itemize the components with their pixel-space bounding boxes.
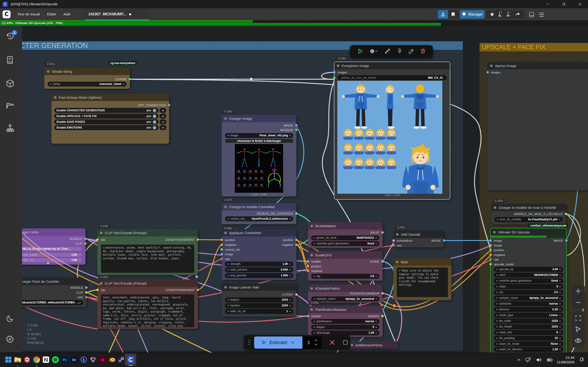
input-slot-négative[interactable] xyxy=(307,270,309,272)
stepper-arrows-icon[interactable] xyxy=(313,338,319,347)
widget-strength_model[interactable]: ◀strength_model1.00▶ xyxy=(22,252,82,257)
taskbar-app-notion[interactable] xyxy=(41,355,51,365)
bookmark-button[interactable] xyxy=(448,10,458,19)
output-slot-OPT_CONNECTION[interactable] xyxy=(168,104,170,106)
input-slot-images[interactable] xyxy=(333,71,336,74)
tray-chevron-icon[interactable] xyxy=(517,358,521,362)
collapse-dot[interactable] xyxy=(311,287,313,290)
output-slot-LATENT[interactable] xyxy=(295,293,298,296)
taskbar-app-gem[interactable] xyxy=(22,355,32,365)
node-echantillonneur-perso[interactable]: antillonneurPerso xyxy=(348,341,398,349)
restore-button[interactable] xyxy=(558,0,569,8)
select-cursor-icon[interactable] xyxy=(574,326,582,333)
toggle-Enable EMOTIONS[interactable]: Enable EMOTIONSyes xyxy=(54,125,159,130)
taskbar-app-chrome[interactable] xyxy=(32,355,42,365)
workflow-tab[interactable]: 241007_MICKMUMP... xyxy=(85,8,149,20)
widget-graine_de_bruit[interactable]: ◀graine_de_bruit56487043512▶ xyxy=(311,235,379,240)
node-guide-cfg[interactable]: GuideCFGmodèlepositivenégativeGUIDE◀cfg3… xyxy=(308,251,383,281)
input-slot-positive[interactable] xyxy=(307,265,309,267)
graph-canvas[interactable]: CHARACTER GENERATIONUPSCALE + FACE FIXSi… xyxy=(22,26,588,352)
input-slot-image[interactable] xyxy=(489,239,492,242)
taskbar-app-comfyui[interactable] xyxy=(126,355,136,365)
toggle-Enable CHARACTER GENERATION[interactable]: Enable CHARACTER GENERATIONyes xyxy=(54,108,159,113)
node-charger-controlnet[interactable]: Charger le modèle ControlNetRESEAU_DE_CO… xyxy=(222,203,296,224)
output-slot-CONDITIONNEMENT[interactable] xyxy=(197,289,199,291)
widget-mask_blur[interactable]: ◀mask_blur8▶ xyxy=(494,330,563,335)
collapse-dot[interactable] xyxy=(54,96,57,99)
node-fast-groups-muter[interactable]: Fast Groups Muter (rgthree)OPT_CONNECTIO… xyxy=(52,94,169,144)
cancel-run-icon[interactable] xyxy=(329,339,336,346)
widget-steps[interactable]: ◀steps8▶ xyxy=(494,284,563,289)
widget-strength_clip[interactable]: ◀strength_clip1.00▶ xyxy=(22,258,82,263)
execute-button[interactable]: Exécuter xyxy=(254,336,303,349)
collapse-dot[interactable] xyxy=(311,225,313,227)
widget-contrôle après génération[interactable]: ◀contrôle après générationfixed▶ xyxy=(311,241,379,246)
output-slot-IMAGE[interactable] xyxy=(295,124,298,126)
input-slot-préfixe_du_nom_de_fichier[interactable] xyxy=(333,77,336,79)
input-slot-control_net[interactable] xyxy=(221,248,223,251)
toggle-Enable SAVE POSES[interactable]: Enable SAVE POSESyes xyxy=(54,119,159,125)
input-slot-image[interactable] xyxy=(221,253,223,255)
node-bruit-aleatoire[interactable]: BruitAléatoireBRUIT◀graine_de_bruit56487… xyxy=(308,222,383,248)
input-slot-modèle[interactable] xyxy=(307,260,309,263)
stop-icon[interactable] xyxy=(342,340,348,345)
widget-value[interactable]: ◀SDXL1.0_Essenz-series-by-AI_Char ...▶ xyxy=(22,247,82,251)
text-area[interactable]: < Make sure to adjust the sampler settin… xyxy=(397,268,448,297)
taskbar-app-indesign[interactable]: Id xyxy=(97,355,108,365)
output-slot-MODÈLE_DE_MISE_À_L'ÉCHELLE[interactable] xyxy=(565,213,567,215)
goto-group-arrow[interactable]: ➜ xyxy=(159,119,166,125)
widget-control_net_ ...[interactable]: ◀control_net_ ...OpenPoseXL2.safetensors… xyxy=(225,217,293,221)
taskbar-app-resolve[interactable] xyxy=(88,355,98,365)
taskbar-app-explorer[interactable] xyxy=(13,355,23,365)
collapse-dot[interactable] xyxy=(47,70,49,73)
node-enregistrer-image[interactable]: Enregistrer Imageimagespréfixe_du_nom_de… xyxy=(334,62,450,199)
node-charger-checkpoint[interactable]: Charger Point de ContrôleMODÈLECLIPVAE◀i… xyxy=(22,278,86,307)
node-note[interactable]: Note< Make sure to adjust the sampler se… xyxy=(393,258,451,300)
taskbar-app-windows[interactable] xyxy=(3,355,13,365)
widget-étapes[interactable]: ◀étapes9▶ xyxy=(311,325,379,330)
sidebar-journal-icon[interactable] xyxy=(6,56,16,66)
drag-handle-icon[interactable] xyxy=(247,340,251,345)
widget-seam_fix_mode[interactable]: ◀seam_fix_modeNone▶ xyxy=(494,342,563,346)
taskbar-app-bridge[interactable]: Br xyxy=(69,355,79,365)
widget-sampler_name[interactable]: ◀sampler_namedpmpp_2s_ancestral▶ xyxy=(494,296,563,300)
text-area[interactable]: text, watermark, underexposed, ugly, jpe… xyxy=(101,294,194,327)
input-slot-échantillons[interactable] xyxy=(392,239,395,242)
widget-image[interactable]: ◀imagePose_sheet_v02.png▶ xyxy=(225,133,293,138)
fit-view-icon[interactable] xyxy=(574,314,582,322)
taskbar-app-blender[interactable] xyxy=(107,355,117,365)
input-slot-upscale_model[interactable] xyxy=(489,263,492,265)
node-apercu-image[interactable]: Aperçu Imageimages xyxy=(488,62,588,191)
edit-icon[interactable] xyxy=(408,48,414,55)
volume-icon[interactable] xyxy=(536,357,542,363)
node-ultimate-sd-upscale[interactable]: Ultimate SD UpscaleimageIMAGEmodelpositi… xyxy=(491,228,566,352)
notification-bell-icon[interactable] xyxy=(579,357,585,363)
input-slot-positive[interactable] xyxy=(489,249,492,251)
menu-editer[interactable]: Éditer xyxy=(47,12,56,16)
output-slot-RESEAU_DE_CONTROLE[interactable] xyxy=(295,212,298,215)
collapse-dot[interactable] xyxy=(396,261,398,263)
zoom-out-icon[interactable] xyxy=(574,299,582,306)
toggle-link-visibility-icon[interactable] xyxy=(574,337,582,344)
node-ksampler-select[interactable]: KSamplerSelectÉCHANTILLONNEUR◀sampler_na… xyxy=(308,285,383,302)
output-slot-ÉCHANTILLONNEUR[interactable] xyxy=(381,292,384,294)
network-monitor-icon[interactable] xyxy=(525,357,531,363)
upload-button[interactable]: choisissez le fichier à télécharger xyxy=(225,139,293,143)
panel-toggle-icon[interactable] xyxy=(528,11,535,18)
collapse-dot[interactable] xyxy=(494,206,496,209)
play-icon[interactable] xyxy=(357,48,363,55)
input-slot-vae[interactable] xyxy=(221,258,223,260)
collapse-dot[interactable] xyxy=(396,233,399,236)
widget-hauteur[interactable]: ◀hauteur1024▶ xyxy=(225,303,293,308)
output-slot-CLIP[interactable] xyxy=(84,242,87,245)
taskbar-app-captureone[interactable]: 1 xyxy=(78,355,89,365)
widget-mode_type[interactable]: ◀mode_typeLinear▶ xyxy=(494,313,563,318)
comfyui-logo[interactable]: C xyxy=(2,10,11,18)
widget-end_percent[interactable]: ◀end_percent1.000▶ xyxy=(225,273,293,278)
clean-icon[interactable] xyxy=(498,12,503,17)
collapse-dot[interactable] xyxy=(337,65,339,67)
star-icon[interactable] xyxy=(490,12,494,17)
widget-scheduler[interactable]: ◀schedulerkarras▶ xyxy=(494,301,563,306)
collapse-dot[interactable] xyxy=(100,232,103,234)
hamburger-menu-icon[interactable] xyxy=(539,12,545,17)
